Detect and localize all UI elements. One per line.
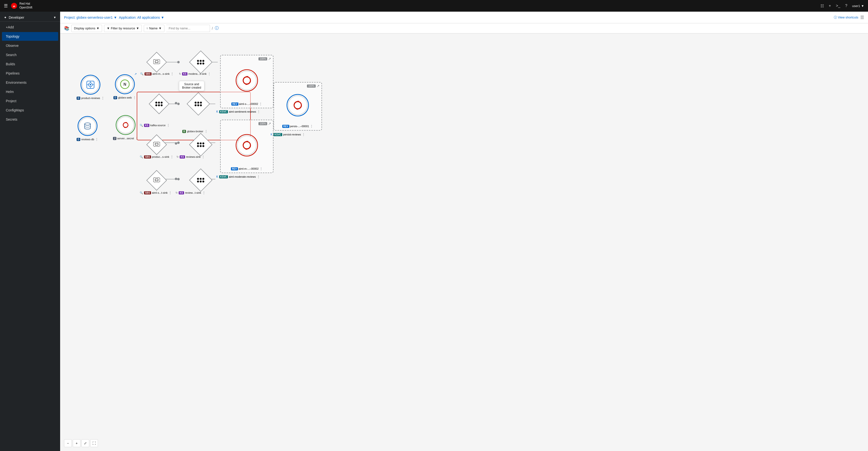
aiml-sentiment-ksvc-row: K KSVC aiml-sentiment-reviews ⋮	[216, 110, 260, 114]
svg-point-11	[177, 142, 180, 144]
sidebar-item-search[interactable]: Search	[2, 51, 58, 59]
node-menu-icon[interactable]: ⋮	[257, 110, 260, 114]
find-by-name-input[interactable]	[166, 25, 210, 32]
node-label-row: D product-reviews ⋮	[76, 96, 104, 100]
sidebar-item-secrets[interactable]: Secrets	[2, 115, 58, 124]
node-name: kafka-source	[150, 124, 165, 127]
ksvc-label-3: persist-reviews	[283, 133, 301, 136]
connector-dot-mid	[175, 102, 177, 104]
logo-text: Red Hat OpenShift	[20, 2, 32, 9]
sidebar-item-configmaps[interactable]: ConfigMaps	[2, 106, 58, 115]
svg-rect-28	[155, 143, 158, 145]
event-source-diamond-row2	[149, 137, 164, 152]
node-label-row: D reviews-db ⋮	[76, 137, 98, 141]
kafka-hub-top	[192, 54, 209, 71]
filter-caret-icon: ▼	[136, 26, 139, 30]
sidebar-item-observe[interactable]: Observe	[2, 41, 58, 50]
b-badge: B	[182, 130, 186, 133]
sidebar-role-selector[interactable]: ✦ Developer ▼	[0, 13, 60, 22]
node-menu-icon[interactable]: ⋮	[257, 175, 260, 179]
sidebar-item-label: Search	[6, 53, 17, 57]
node-menu-icon[interactable]: ⋮	[170, 72, 174, 76]
sidebar-item-builds[interactable]: Builds	[2, 60, 58, 68]
book-icon: 📚	[64, 26, 69, 31]
app-selector[interactable]: Application: All applications ▼	[119, 16, 164, 20]
node-menu-icon[interactable]: ⋮	[133, 96, 136, 100]
topology-canvas[interactable]: D product-reviews ⋮ ↗ N D	[60, 33, 365, 192]
sbs-badge: SBS	[144, 156, 151, 159]
node-menu-icon[interactable]: ⋮	[95, 137, 98, 141]
sidebar-item-environments[interactable]: Environments	[2, 78, 58, 87]
kn-group-aiml-sentiment: 100% ↗ REV	[220, 55, 274, 108]
node-name: aiml-m...s-sink	[153, 72, 170, 75]
sidebar-item-label: Helm	[6, 90, 14, 94]
node-menu-icon[interactable]: ⋮	[202, 155, 205, 159]
redhat-logo-icon	[11, 2, 18, 9]
info-icon[interactable]: ⓘ	[215, 26, 219, 31]
node-menu-icon[interactable]: ⋮	[202, 191, 206, 192]
review-t-sink-label-row: ↻ KS review...t-sink ⋮	[176, 191, 206, 192]
rev-label-2: aiml-m-...–00002	[239, 167, 259, 170]
ksvc-k-icon-2: K	[216, 175, 218, 178]
node-name: reviews-sink	[186, 156, 201, 158]
node-globex-web[interactable]: ↗ N D globex-web ⋮	[114, 74, 136, 100]
sidebar-item-label: Secrets	[6, 117, 17, 121]
node-menu-icon[interactable]: ⋮	[259, 167, 263, 171]
ksvc-badge-3: KSVC	[274, 133, 282, 136]
node-menu-icon[interactable]: ⋮	[205, 130, 208, 133]
node-name: product-reviews	[81, 96, 100, 100]
kn-group-topbar: 100% ↗	[258, 57, 271, 61]
sbs-badge: SBS	[145, 72, 152, 76]
node-name: server...secret	[117, 137, 134, 140]
ks-badge: KS	[144, 124, 149, 127]
external-link-icon-3[interactable]: ↗	[317, 84, 319, 88]
node-menu-icon[interactable]: ⋮	[208, 72, 211, 76]
node-product-reviews[interactable]: D product-reviews ⋮	[76, 75, 104, 100]
node-menu-icon[interactable]: ⋮	[168, 191, 172, 192]
connector-dot-row2	[175, 142, 177, 145]
top-navbar: ☰ Red Hat OpenShift ☷ + >_ ? user1 ▼	[0, 0, 365, 12]
node-menu-icon[interactable]: ⋮	[166, 123, 170, 127]
svg-rect-26	[155, 61, 158, 63]
node-menu-icon[interactable]: ⋮	[302, 133, 305, 136]
display-options-button[interactable]: Display options ▼	[71, 25, 102, 32]
kafka-broker-diamond	[190, 96, 207, 112]
node-reviews-db[interactable]: D reviews-db ⋮	[76, 116, 98, 141]
rev-badge-2: REV	[231, 167, 238, 170]
connector-dot-row3	[175, 178, 177, 180]
node-menu-icon[interactable]: ⋮	[259, 102, 262, 106]
external-link-icon[interactable]: ↗	[134, 72, 137, 76]
ks-badge: KS	[179, 191, 184, 193]
ksvc-badge: KSVC	[219, 110, 228, 113]
slash-divider: /	[212, 26, 213, 30]
name-filter-dropdown[interactable]: ▿ Name ▼	[144, 25, 164, 32]
kn-group-topbar-3: 100% ↗	[307, 84, 319, 88]
ks-badge: KS	[182, 72, 187, 76]
external-link-icon-2[interactable]: ↗	[268, 122, 271, 125]
name-caret-icon: ▼	[159, 26, 162, 30]
role-caret-icon: ▼	[53, 16, 56, 19]
hamburger-menu[interactable]: ☰	[4, 3, 8, 8]
svg-point-22	[85, 123, 90, 125]
node-name: aiml-s...t-sink	[152, 191, 168, 192]
svg-rect-29	[153, 178, 160, 182]
sidebar-item-project[interactable]: Project	[2, 96, 58, 105]
node-menu-icon[interactable]: ⋮	[170, 155, 174, 159]
sidebar-item-helm[interactable]: Helm	[2, 87, 58, 96]
node-menu-icon[interactable]: ⋮	[310, 124, 313, 128]
node-server-secret[interactable]: J server...secret ⋮	[113, 115, 138, 140]
filter-by-resource-label: Filter by resource	[111, 26, 135, 30]
node-label-row: D globex-web ⋮	[114, 96, 136, 100]
node-name: globex-broker	[187, 130, 203, 133]
node-menu-icon[interactable]: ⋮	[101, 96, 104, 100]
aiml-moderate-ksvc-row: K KSVC aiml-moderate-reviews ⋮	[216, 175, 260, 179]
filter-by-resource-button[interactable]: ▼ Filter by resource ▼	[104, 25, 142, 32]
sidebar-item-label: Project	[6, 99, 17, 103]
sidebar-item-topology[interactable]: Topology	[2, 32, 58, 41]
percent-badge-2: 100%	[258, 122, 267, 125]
aiml-sink-label-row: 🔍 SBS aiml-m...s-sink ⋮	[140, 72, 174, 76]
external-link-icon[interactable]: ↗	[268, 57, 271, 61]
project-selector[interactable]: Project: globex-serverless-user1 ▼	[64, 16, 117, 20]
sidebar-item-add[interactable]: +Add	[2, 23, 58, 32]
sidebar-item-pipelines[interactable]: Pipelines	[2, 69, 58, 78]
